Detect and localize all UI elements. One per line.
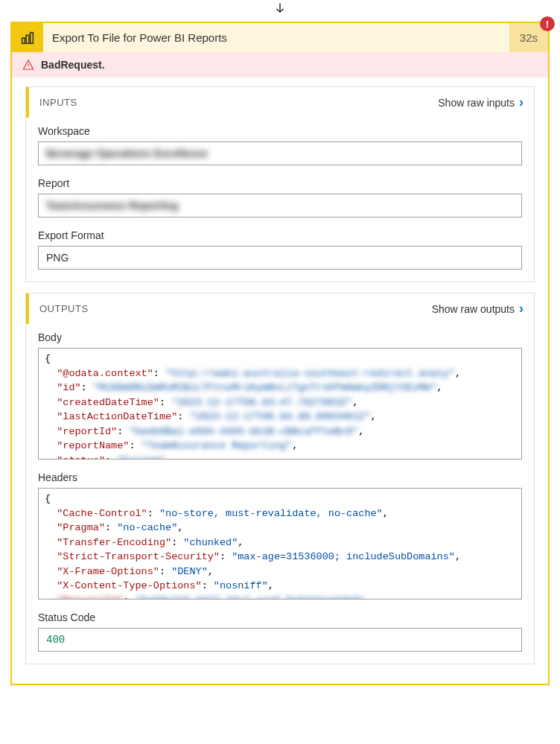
inputs-title: INPUTS [39,97,77,108]
status-code-label: Status Code [38,611,522,623]
chevron-right-icon: › [519,95,524,110]
svg-rect-2 [31,32,34,43]
error-badge-icon: ! [540,16,555,31]
flow-arrow-down-icon [0,0,560,22]
report-value[interactable]: TeamAssurance Reporting [38,194,522,217]
headers-json-box[interactable]: { "Cache-Control": "no-store, must-reval… [38,488,522,600]
show-raw-outputs-link[interactable]: Show raw outputs › [432,301,524,317]
report-label: Report [38,177,522,189]
action-card: ! Export To File for Power BI Reports 32… [10,22,550,685]
outputs-section: OUTPUTS Show raw outputs › Body { "@odat… [25,293,535,664]
export-format-value[interactable]: PNG [38,246,522,270]
headers-label: Headers [38,471,522,483]
svg-rect-1 [26,35,29,43]
outputs-title: OUTPUTS [39,303,89,314]
action-header[interactable]: Export To File for Power BI Reports 32s [12,23,548,52]
svg-rect-0 [22,38,25,43]
error-message: BadRequest. [41,59,105,71]
warning-icon [22,59,34,71]
action-title: Export To File for Power BI Reports [43,23,509,52]
body-json-box[interactable]: { "@odata.context": "http://wabi-austral… [38,348,522,460]
chevron-right-icon: › [519,301,524,317]
body-label: Body [38,331,522,343]
workspace-value[interactable]: Beverage Operations Excellence [38,142,522,165]
workspace-label: Workspace [38,125,522,137]
powerbi-icon [12,23,43,52]
export-format-label: Export Format [38,229,522,241]
error-bar: BadRequest. [12,52,548,77]
inputs-section: INPUTS Show raw inputs › Workspace Bever… [25,86,535,282]
show-raw-inputs-link[interactable]: Show raw inputs › [438,95,524,110]
status-code-value[interactable]: 400 [38,628,522,652]
